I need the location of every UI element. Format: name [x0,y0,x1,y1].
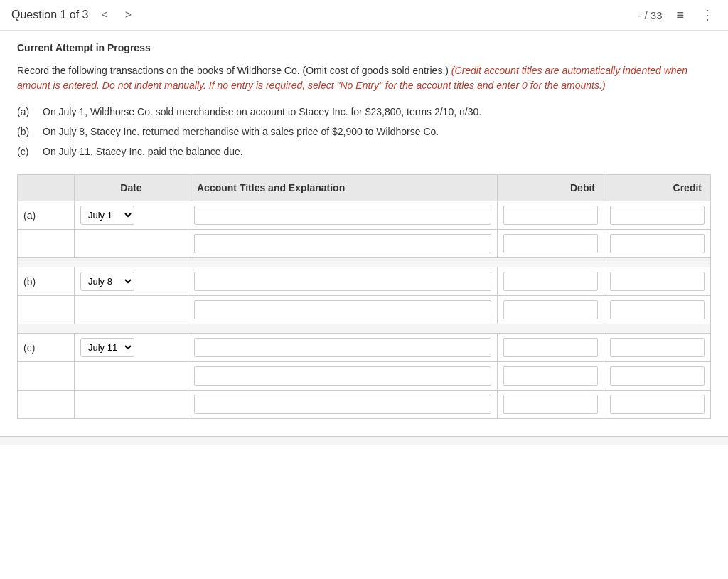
journal-table: Date Account Titles and Explanation Debi… [17,174,711,419]
top-bar-left: Question 1 of 3 < > [11,6,136,24]
section-b-row2-debit-input[interactable] [503,300,598,319]
section-b-row2-account [188,296,498,324]
question-title: Question 1 of 3 [11,9,89,21]
empty-cell [75,296,188,324]
score-display: - / 33 [638,9,662,21]
section-c-row1-credit-input[interactable] [610,338,705,357]
section-b-row1-debit [498,267,604,296]
section-a-row1-credit [604,201,711,230]
section-b-row2-debit [498,296,604,324]
section-b-label: (b) [18,267,75,296]
transaction-a: (a) On July 1, Wildhorse Co. sold mercha… [17,106,711,117]
attempt-label: Current Attempt in Progress [17,42,711,53]
next-button[interactable]: > [121,6,136,24]
section-b-row1-account [188,267,498,296]
section-c-row3-account [188,391,498,419]
section-b-date-cell: July 1 July 8 July 11 [75,267,188,296]
section-c-row1-account-input[interactable] [194,338,491,357]
transactions-list: (a) On July 1, Wildhorse Co. sold mercha… [17,106,711,157]
section-c-row2-debit-input[interactable] [503,366,598,386]
section-c-row2-account [188,362,498,391]
section-a-row2-debit [498,230,604,258]
section-c-row3-credit [604,391,711,419]
section-c-row1-credit [604,334,711,362]
top-bar-right: - / 33 ≡ ⋮ [638,6,717,24]
section-a-row1-credit-input[interactable] [610,206,705,225]
transaction-b-label: (b) [17,126,43,137]
transaction-a-label: (a) [17,106,43,117]
section-b-row1-credit-input[interactable] [610,272,705,291]
empty-cell [75,362,188,391]
transaction-c-label: (c) [17,146,43,157]
transaction-c-text: On July 11, Stacey Inc. paid the balance… [43,146,711,157]
section-b-row1-debit-input[interactable] [503,272,598,291]
section-c-row3-account-input[interactable] [194,395,491,414]
section-a-label: (a) [18,201,75,230]
top-bar: Question 1 of 3 < > - / 33 ≡ ⋮ [0,0,728,31]
section-b-row2-credit-input[interactable] [610,300,705,319]
section-a-row2-debit-input[interactable] [503,234,598,253]
transaction-c: (c) On July 11, Stacey Inc. paid the bal… [17,146,711,157]
section-c-date-select[interactable]: July 1 July 8 July 11 [80,338,134,357]
section-c-row1-debit-input[interactable] [503,338,598,357]
col-account-header: Account Titles and Explanation [188,175,498,201]
section-a-row2-account-input[interactable] [194,234,491,253]
section-c-row3-credit-input[interactable] [610,395,705,414]
table-row: (b) July 1 July 8 July 11 [18,267,711,296]
table-row: (a) July 1 July 8 July 11 [18,201,711,230]
instructions-main: Record the following transactions on the… [17,65,451,76]
section-c-row2-credit-input[interactable] [610,366,705,386]
empty-cell [18,230,75,258]
section-b-row2-credit [604,296,711,324]
section-c-row1-account [188,334,498,362]
section-c-date-cell: July 1 July 8 July 11 [75,334,188,362]
table-row [18,391,711,419]
section-a-date-select[interactable]: July 1 July 8 July 11 [80,206,134,225]
instructions: Record the following transactions on the… [17,63,711,93]
section-c-label: (c) [18,334,75,362]
table-row [18,296,711,324]
prev-button[interactable]: < [97,6,112,24]
empty-cell [75,230,188,258]
table-header-row: Date Account Titles and Explanation Debi… [18,175,711,201]
bottom-bar [0,436,728,445]
section-a-row1-debit [498,201,604,230]
section-b-row2-account-input[interactable] [194,300,491,319]
section-c-row3-debit [498,391,604,419]
section-b-row1-account-input[interactable] [194,272,491,291]
empty-cell [18,296,75,324]
section-spacer [18,324,711,334]
section-a-row2-account [188,230,498,258]
content-area: Current Attempt in Progress Record the f… [0,31,728,430]
section-a-row2-credit [604,230,711,258]
transaction-b: (b) On July 8, Stacey Inc. returned merc… [17,126,711,137]
transaction-a-text: On July 1, Wildhorse Co. sold merchandis… [43,106,711,117]
section-a-row1-debit-input[interactable] [503,206,598,225]
col-label-header [18,175,75,201]
table-row [18,230,711,258]
table-row [18,362,711,391]
col-date-header: Date [75,175,188,201]
table-row: (c) July 1 July 8 July 11 [18,334,711,362]
col-debit-header: Debit [498,175,604,201]
empty-cell [18,362,75,391]
transaction-b-text: On July 8, Stacey Inc. returned merchand… [43,126,711,137]
section-b-date-select[interactable]: July 1 July 8 July 11 [80,272,134,291]
section-c-row2-account-input[interactable] [194,366,491,386]
section-c-row2-debit [498,362,604,391]
section-a-row2-credit-input[interactable] [610,234,705,253]
empty-cell [75,391,188,419]
section-c-row2-credit [604,362,711,391]
more-icon-button[interactable]: ⋮ [698,6,717,24]
section-a-row1-account-input[interactable] [194,206,491,225]
section-b-row1-credit [604,267,711,296]
section-spacer [18,258,711,267]
section-a-row1-account [188,201,498,230]
col-credit-header: Credit [604,175,711,201]
list-icon-button[interactable]: ≡ [673,6,687,24]
empty-cell [18,391,75,419]
section-c-row3-debit-input[interactable] [503,395,598,414]
section-a-date-cell: July 1 July 8 July 11 [75,201,188,230]
section-c-row1-debit [498,334,604,362]
